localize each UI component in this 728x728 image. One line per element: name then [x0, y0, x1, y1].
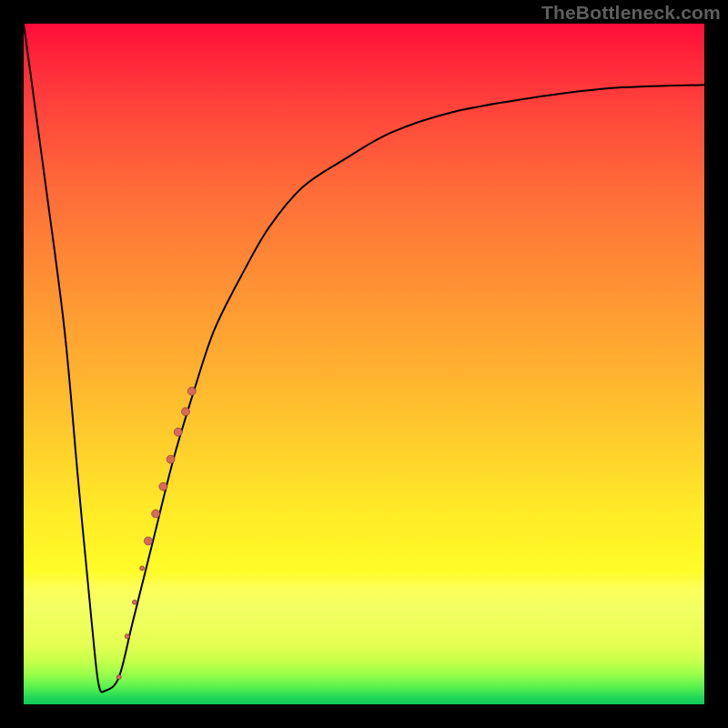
watermark-text: TheBottleneck.com: [541, 2, 721, 24]
curve-marker: [132, 600, 136, 604]
curve-marker: [140, 566, 145, 571]
curve-marker: [125, 634, 129, 639]
curve-marker: [174, 428, 182, 436]
curve-marker: [152, 510, 160, 518]
curve-marker: [144, 537, 152, 545]
curve-marker: [182, 408, 190, 416]
bottleneck-curve-path: [24, 24, 704, 693]
curve-marker: [159, 482, 167, 490]
chart-frame: TheBottleneck.com: [0, 0, 728, 728]
curve-marker: [187, 387, 196, 395]
curve-markers: [116, 387, 196, 679]
curve-marker: [116, 675, 121, 680]
bottleneck-curve-svg: [24, 24, 704, 704]
curve-marker: [167, 455, 175, 463]
plot-area: [24, 24, 704, 704]
